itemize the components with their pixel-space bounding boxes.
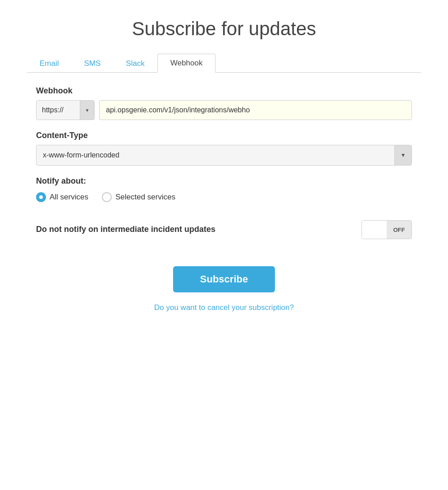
radio-all-services[interactable]: All services [36, 192, 88, 202]
content-type-section: Content-Type x-www-form-urlencoded [36, 131, 412, 166]
radio-all-services-circle [36, 192, 46, 202]
tab-sms[interactable]: SMS [72, 55, 114, 73]
page-container: Subscribe for updates Email SMS Slack We… [0, 0, 448, 330]
tab-slack[interactable]: Slack [113, 55, 157, 73]
do-not-notify-section: Do not notify on intermediate incident u… [36, 216, 412, 244]
tab-webhook[interactable]: Webhook [157, 54, 216, 73]
webhook-url-input[interactable] [99, 100, 412, 120]
radio-selected-services-circle [102, 192, 112, 202]
subscribe-btn-container: Subscribe [36, 266, 412, 292]
notify-label: Notify about: [36, 176, 412, 186]
form-section: Webhook https:// Content-Type x-www-form… [27, 86, 421, 312]
tab-email[interactable]: Email [27, 55, 72, 73]
content-type-value: x-www-form-urlencoded [37, 146, 394, 165]
subscribe-button[interactable]: Subscribe [173, 266, 275, 292]
radio-all-services-label: All services [50, 193, 88, 202]
cancel-link-container: Do you want to cancel your subscription? [36, 303, 412, 312]
page-title: Subscribe for updates [27, 18, 421, 40]
cancel-subscription-link[interactable]: Do you want to cancel your subscription? [154, 303, 294, 312]
notify-section: Notify about: All services Selected serv… [36, 176, 412, 202]
tabs-container: Email SMS Slack Webhook [27, 53, 421, 73]
content-type-select[interactable]: x-www-form-urlencoded [36, 145, 412, 166]
content-type-label: Content-Type [36, 131, 412, 140]
toggle-on-side[interactable] [362, 220, 387, 239]
radio-group: All services Selected services [36, 192, 412, 202]
protocol-text: https:// [37, 102, 80, 119]
webhook-row: https:// [36, 100, 412, 120]
content-type-dropdown-arrow[interactable] [394, 145, 411, 166]
toggle-container[interactable]: OFF [361, 220, 412, 239]
webhook-label: Webhook [36, 86, 412, 96]
toggle-off-side[interactable]: OFF [387, 220, 411, 239]
radio-selected-services[interactable]: Selected services [102, 192, 175, 202]
do-not-notify-label: Do not notify on intermediate incident u… [36, 224, 215, 235]
protocol-dropdown-arrow[interactable] [80, 100, 94, 120]
radio-selected-services-label: Selected services [115, 193, 175, 202]
protocol-select[interactable]: https:// [36, 100, 95, 120]
